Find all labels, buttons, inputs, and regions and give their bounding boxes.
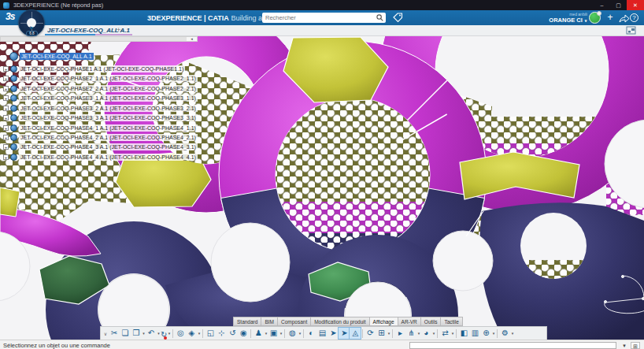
search-icon[interactable] [376, 14, 383, 21]
product-node-icon[interactable] [10, 65, 17, 72]
dropdown-caret-icon[interactable]: ▾ [197, 331, 201, 336]
tab-ar-vr[interactable]: AR-VR [398, 317, 420, 326]
design-tree-icon[interactable]: ⋔ [405, 328, 416, 339]
magnify-plus-icon[interactable]: ⊕ [480, 328, 491, 339]
new-tab-button[interactable]: + [117, 26, 120, 34]
expand-next-icon[interactable]: ▸ [394, 328, 405, 339]
dropdown-caret-icon[interactable]: ▾ [279, 331, 283, 336]
swap-views-icon[interactable]: ⇄ [439, 328, 450, 339]
expander-icon[interactable]: + [3, 125, 9, 131]
tree-node[interactable]: + JET-OCI-EXE-COQ-PHASE4_4 A.1 (JET-OCI-… [3, 153, 198, 162]
expander-icon[interactable]: + [3, 135, 9, 140]
product-node-icon[interactable] [10, 154, 17, 161]
copy-icon[interactable]: ❏ [120, 328, 131, 339]
user-block[interactable]: med anbili ORANGE CI ∨ [546, 10, 587, 25]
dropdown-caret-icon[interactable]: ▾ [167, 331, 171, 336]
expander-icon[interactable]: + [3, 115, 9, 121]
pan-icon[interactable]: ⊹ [216, 328, 227, 339]
tree-node-label[interactable]: JET-OCI-EXE-COQ-PHASE4_1 A.1 (JET-OCI-EX… [19, 124, 198, 132]
scrollbar-left-arrow-icon[interactable]: ◂ [187, 37, 197, 41]
tree-node-label[interactable]: JET-OCI-EXE-COQ-PHASE4_4 A.1 (JET-OCI-EX… [19, 154, 198, 161]
tree-horizontal-scrollbar[interactable]: ◂ [0, 36, 198, 42]
command-field[interactable] [409, 342, 616, 349]
search-box[interactable] [262, 13, 386, 23]
highlight-cursor-icon[interactable]: ➤ [339, 328, 350, 339]
tree-node[interactable]: + JET-OCI-EXE-COQ-PHASE1 A.1 (JET-OCI-EX… [3, 65, 185, 73]
status-dropdown-icon[interactable]: ▾ [620, 342, 629, 349]
tree-node-label[interactable]: JET-OCI-EXE-COQ-PHASE3_1 A.1 (JET-OCI-EX… [19, 95, 198, 102]
product-node-icon[interactable] [10, 75, 17, 82]
product-node-icon[interactable] [10, 85, 17, 92]
expander-icon[interactable]: + [3, 76, 9, 81]
tree-node[interactable]: + JET-OCI-EXE-COQ-PHASE4_1 A.1 (JET-OCI-… [3, 124, 198, 132]
tree-node[interactable]: + JET-OCI-EXE-COQ-PHASE3_3 A.1 (JET-OCI-… [3, 113, 198, 122]
dropdown-caret-icon[interactable]: ▾ [450, 331, 454, 336]
expander-icon[interactable]: + [3, 106, 9, 111]
render-style-icon[interactable]: ◍ [287, 328, 298, 339]
expander-icon[interactable]: + [3, 144, 9, 150]
tab-bim[interactable]: BIM [261, 317, 277, 326]
tree-root-node[interactable]: JET-OCI-EXE-COQ_ALL A.1 [9, 52, 94, 61]
close-button[interactable]: ✕ [627, 0, 644, 10]
tree-node-label[interactable]: JET-OCI-EXE-COQ-PHASE3_2 A.1 (JET-OCI-EX… [19, 105, 198, 112]
tab-standard[interactable]: Standard [233, 317, 261, 326]
tab-tactile[interactable]: Tactile [440, 317, 462, 326]
dropdown-caret-icon[interactable]: ▾ [387, 331, 390, 336]
expander-icon[interactable]: + [3, 95, 9, 101]
multi-viewport-icon[interactable]: ⊞ [376, 328, 387, 339]
tree-node-label[interactable]: JET-OCI-EXE-COQ-PHASE4_2 A.1 (JET-OCI-EX… [19, 134, 198, 141]
dropdown-caret-icon[interactable]: ▾ [298, 331, 302, 336]
update-view-icon[interactable]: ⟳ [365, 328, 376, 339]
product-node-icon[interactable] [10, 105, 17, 112]
tab-composant[interactable]: Composant [277, 317, 310, 326]
walk-mode-icon[interactable]: ♟ [253, 328, 264, 339]
tree-root-label[interactable]: JET-OCI-EXE-COQ_ALL A.1 [20, 53, 94, 60]
tab-modification-du-produit[interactable]: Modification du produit [310, 317, 368, 326]
zoom-icon[interactable]: ◉ [238, 328, 249, 339]
minimize-button[interactable]: – [594, 0, 610, 10]
rotate-icon[interactable]: ↺ [227, 328, 238, 339]
tree-node-label[interactable]: JET-OCI-EXE-COQ-PHASE1 A.1 (JET-OCI-EXE-… [19, 65, 185, 72]
dropdown-caret-icon[interactable]: ▾ [431, 331, 435, 336]
maximize-button[interactable]: ▢ [610, 0, 627, 10]
perspective-icon[interactable]: ▣ [268, 328, 279, 339]
update-button[interactable]: ↻ [161, 326, 167, 340]
fit-all-icon[interactable]: ◱ [205, 328, 216, 339]
tree-node[interactable]: + JET-OCI-EXE-COQ-PHASE4_3 A.1 (JET-OCI-… [3, 143, 198, 151]
undo-icon[interactable]: ↶ [146, 328, 157, 339]
iso-view-icon[interactable]: ◈ [186, 328, 197, 339]
search-model-icon[interactable]: ◎ [175, 328, 186, 339]
user-tenant[interactable]: ORANGE CI ∨ [546, 17, 587, 24]
tree-node[interactable]: + JET-OCI-EXE-COQ-PHASE3_2 A.1 (JET-OCI-… [3, 104, 198, 113]
expander-icon[interactable]: + [3, 66, 9, 72]
cut-icon[interactable]: ✂ [109, 328, 120, 339]
tab-affichage[interactable]: Affichage [369, 317, 398, 326]
tree-node-label[interactable]: JET-OCI-EXE-COQ-PHASE2_1 A.1 (JET-OCI-EX… [19, 75, 198, 82]
expander-icon[interactable]: + [3, 154, 9, 160]
capture-icon[interactable]: ▤ [316, 328, 328, 339]
turntable-icon[interactable]: ◬ [350, 328, 361, 339]
tree-node[interactable]: + JET-OCI-EXE-COQ-PHASE2_2 A.1 (JET-OCI-… [3, 84, 198, 93]
tree-node[interactable]: + JET-OCI-EXE-COQ-PHASE3_1 A.1 (JET-OCI-… [3, 94, 198, 102]
tab-outils[interactable]: Outils [420, 317, 441, 326]
product-root-icon[interactable] [9, 52, 18, 61]
dropdown-caret-icon[interactable]: ▾ [491, 331, 495, 336]
expander-icon[interactable]: + [3, 86, 9, 91]
product-node-icon[interactable] [10, 143, 17, 150]
screen-display-icon[interactable]: ▥ [469, 328, 480, 339]
help-button[interactable]: ? [630, 13, 638, 22]
paste-icon[interactable]: ❐ [131, 328, 142, 339]
compass-play-icon[interactable]: ▶ [27, 18, 36, 28]
tree-node-label[interactable]: JET-OCI-EXE-COQ-PHASE3_3 A.1 (JET-OCI-EX… [19, 114, 198, 121]
collapse-actionbar-icon[interactable]: ∨ [102, 331, 109, 336]
add-content-button[interactable]: + [604, 12, 616, 23]
3dexperience-compass[interactable]: ▶ 6.8 [18, 9, 45, 36]
tree-node-label[interactable]: JET-OCI-EXE-COQ-PHASE2_2 A.1 (JET-OCI-EX… [19, 85, 198, 92]
product-node-icon[interactable] [10, 114, 17, 121]
product-node-icon[interactable] [10, 95, 17, 102]
tag-icon[interactable] [393, 13, 403, 23]
product-node-icon[interactable] [10, 124, 17, 132]
avatar-settings-icon[interactable]: ⚙ [499, 328, 510, 339]
materials-icon[interactable]: ◧ [458, 328, 469, 339]
window-layout-icon[interactable] [626, 26, 637, 35]
